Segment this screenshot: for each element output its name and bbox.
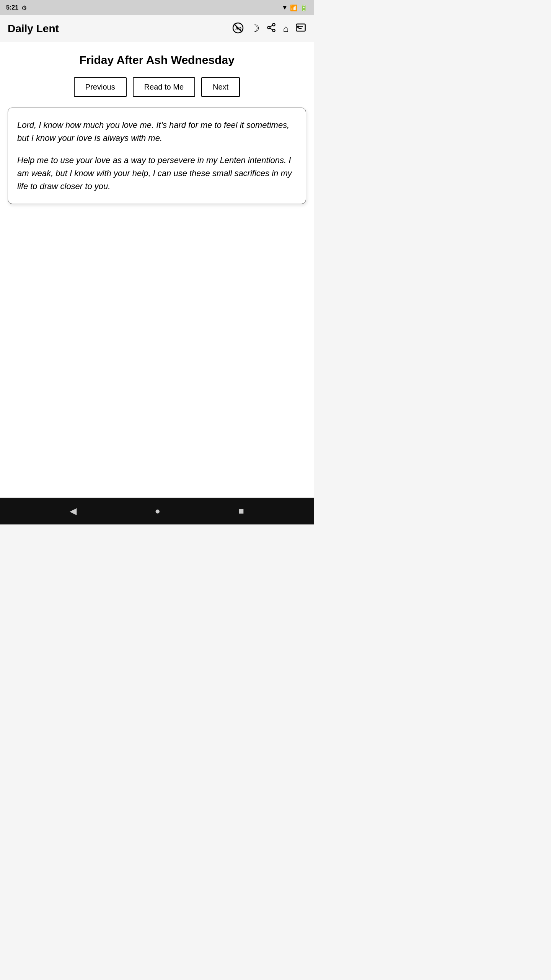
status-bar-left: 5:21 ⚙ [6,4,27,11]
share-icon[interactable] [266,23,276,35]
app-title: Daily Lent [8,23,59,35]
battery-icon: 🔋 [300,4,308,11]
read-to-me-button[interactable]: Read to Me [133,77,195,97]
main-content: Friday After Ash Wednesday Previous Read… [0,42,314,498]
home-button[interactable]: ● [155,506,160,516]
status-bar: 5:21 ⚙ ▼ 📶 🔋 [0,0,314,15]
nav-bar: ◀ ● ■ [0,498,314,524]
previous-button[interactable]: Previous [74,77,127,97]
app-bar: Daily Lent AD ☽ ⌂ [0,15,314,42]
svg-line-6 [270,28,272,29]
gear-icon: ⚙ [21,4,27,11]
svg-line-7 [270,25,272,27]
moon-icon[interactable]: ☽ [251,23,259,34]
ad-free-icon[interactable]: AD [232,22,244,35]
page-title: Friday After Ash Wednesday [79,54,235,67]
content-paragraph-1: Lord, I know how much you love me. It’s … [17,119,297,145]
next-button[interactable]: Next [201,77,240,97]
content-text: Lord, I know how much you love me. It’s … [17,119,297,193]
back-button[interactable]: ◀ [70,506,77,516]
svg-point-9 [297,26,299,27]
app-bar-icons: AD ☽ ⌂ [232,22,306,35]
content-paragraph-2: Help me to use your love as a way to per… [17,154,297,193]
signal-icon: 📶 [290,4,298,11]
status-bar-right: ▼ 📶 🔋 [282,4,308,11]
wifi-icon: ▼ [282,4,288,11]
home-icon[interactable]: ⌂ [283,23,289,34]
contact-icon[interactable] [295,22,306,35]
recents-button[interactable]: ■ [238,506,244,516]
status-time: 5:21 [6,4,18,11]
button-row: Previous Read to Me Next [74,77,240,97]
content-card: Lord, I know how much you love me. It’s … [8,108,306,204]
